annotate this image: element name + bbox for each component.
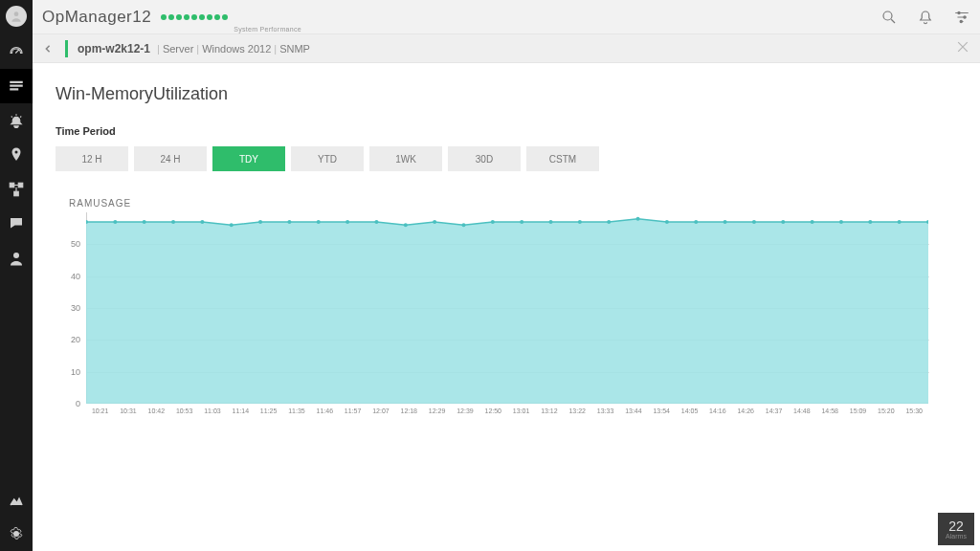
- breadcrumb-part: SNMP: [279, 43, 310, 55]
- period-button-1wk[interactable]: 1WK: [369, 146, 442, 171]
- period-button-30d[interactable]: 30D: [448, 146, 521, 171]
- svg-point-9: [883, 11, 892, 20]
- svg-point-19: [258, 220, 262, 224]
- svg-point-26: [461, 223, 465, 227]
- svg-point-10: [958, 11, 960, 13]
- svg-point-12: [960, 20, 962, 22]
- status-stripe: [65, 40, 68, 57]
- svg-point-15: [143, 220, 146, 224]
- nav-settings[interactable]: [0, 517, 33, 551]
- nav-alarm[interactable]: [0, 103, 33, 138]
- svg-point-41: [898, 220, 902, 224]
- svg-point-33: [665, 220, 669, 224]
- page-title: Win-MemoryUtilization: [56, 84, 961, 104]
- svg-point-37: [781, 220, 785, 224]
- alarms-label: Alarms: [946, 533, 967, 540]
- back-button[interactable]: [40, 41, 56, 56]
- svg-rect-2: [10, 85, 23, 87]
- time-period-label: Time Period: [56, 125, 961, 137]
- close-icon[interactable]: [955, 39, 970, 56]
- svg-point-18: [230, 223, 234, 227]
- alarms-count: 22: [948, 519, 964, 533]
- nav-dashboard[interactable]: [0, 34, 33, 69]
- chart-series-label: RAMUSAGE: [69, 198, 961, 209]
- bell-icon[interactable]: [917, 9, 934, 26]
- svg-point-24: [404, 223, 408, 227]
- top-bar: OpManager12 System Performance: [33, 0, 980, 34]
- alarms-widget[interactable]: 22 Alarms: [938, 513, 974, 545]
- svg-point-40: [868, 220, 872, 224]
- svg-point-28: [520, 220, 523, 224]
- left-nav-rail: [0, 0, 33, 551]
- performance-dots: [161, 14, 228, 20]
- nav-workflow[interactable]: [0, 172, 33, 207]
- memory-chart: 01020304050 10:2110:3110:4210:5311:0311:…: [59, 212, 940, 432]
- svg-point-14: [113, 220, 117, 224]
- performance-subtitle: System Performance: [234, 26, 301, 33]
- svg-point-16: [171, 220, 175, 224]
- svg-point-27: [491, 220, 495, 224]
- page-body: Win-MemoryUtilization Time Period 12 H24…: [33, 63, 980, 551]
- app-title: OpManager12: [42, 8, 151, 27]
- svg-point-35: [724, 220, 727, 224]
- breadcrumb-part: Windows 2012: [202, 43, 271, 55]
- search-icon[interactable]: [880, 9, 898, 26]
- nav-user[interactable]: [0, 241, 33, 276]
- nav-reports[interactable]: [0, 482, 33, 517]
- svg-point-22: [345, 220, 349, 224]
- svg-point-36: [752, 220, 756, 224]
- svg-point-23: [374, 220, 378, 224]
- svg-point-11: [964, 15, 966, 17]
- chart-area: [86, 212, 928, 404]
- period-button-24h[interactable]: 24 H: [134, 146, 207, 171]
- svg-point-4: [15, 151, 18, 154]
- nav-inventory[interactable]: [0, 69, 33, 103]
- breadcrumb-part: Server: [163, 43, 193, 55]
- svg-point-25: [433, 220, 436, 224]
- svg-point-29: [549, 220, 553, 224]
- svg-point-30: [578, 220, 582, 224]
- svg-point-17: [200, 220, 204, 224]
- svg-rect-6: [18, 183, 23, 187]
- breadcrumb-host[interactable]: opm-w2k12-1: [78, 42, 150, 55]
- breadcrumb: opm-w2k12-1 | Server | Windows 2012 | SN…: [33, 34, 980, 63]
- svg-point-21: [317, 220, 321, 224]
- svg-point-0: [14, 11, 19, 16]
- time-period-buttons: 12 H24 HTDYYTD1WK30DCSTM: [56, 146, 961, 171]
- svg-point-39: [839, 220, 843, 224]
- avatar[interactable]: [6, 6, 27, 27]
- period-button-cstm[interactable]: CSTM: [526, 146, 599, 171]
- svg-point-38: [811, 220, 814, 224]
- svg-point-31: [607, 220, 611, 224]
- svg-rect-1: [10, 81, 23, 83]
- period-button-tdy[interactable]: TDY: [212, 146, 285, 171]
- svg-point-34: [694, 220, 698, 224]
- period-button-ytd[interactable]: YTD: [291, 146, 364, 171]
- svg-rect-7: [14, 191, 19, 196]
- filter-icon[interactable]: [953, 9, 970, 26]
- svg-rect-3: [10, 88, 18, 90]
- period-button-12h[interactable]: 12 H: [56, 146, 128, 171]
- main-content: OpManager12 System Performance opm-w2k12…: [33, 0, 980, 551]
- svg-point-8: [13, 253, 19, 258]
- svg-rect-5: [10, 183, 14, 187]
- nav-maps[interactable]: [0, 138, 33, 172]
- nav-chat[interactable]: [0, 207, 33, 241]
- svg-point-20: [287, 220, 291, 224]
- svg-point-32: [636, 217, 640, 221]
